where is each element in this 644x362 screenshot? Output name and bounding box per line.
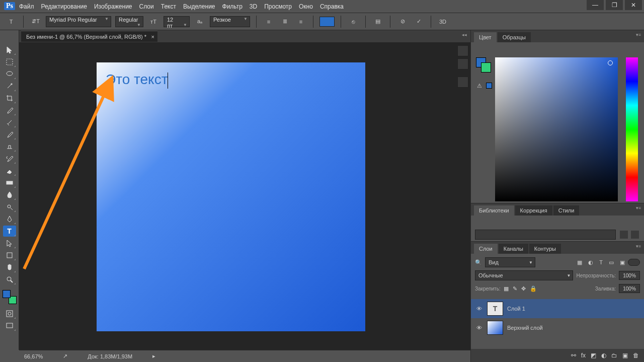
minimize-button[interactable]: — <box>587 0 604 10</box>
crop-tool[interactable] <box>3 93 16 104</box>
color-swatches[interactable] <box>3 290 17 304</box>
three-d-button[interactable]: 3D <box>437 16 448 28</box>
warning-icon[interactable]: ⚠ <box>477 83 482 89</box>
menu-window[interactable]: Окно <box>299 3 313 10</box>
commit-icon[interactable]: ✓ <box>413 16 425 28</box>
panel-strip-collapse-icon[interactable]: ◂◂ <box>462 32 467 37</box>
link-layers-icon[interactable]: ⚯ <box>571 352 576 359</box>
tab-libraries[interactable]: Библиотеки <box>474 205 514 215</box>
layer-filter-kind[interactable]: Вид <box>485 257 535 267</box>
menu-image[interactable]: Изображение <box>94 3 132 10</box>
tab-color[interactable]: Цвет <box>474 32 497 42</box>
menu-help[interactable]: Справка <box>320 3 344 10</box>
docinfo[interactable]: Док: 1,83M/1,93M <box>88 353 132 359</box>
library-select[interactable] <box>475 230 616 240</box>
hand-tool[interactable] <box>3 262 16 273</box>
eraser-tool[interactable] <box>3 165 16 176</box>
hue-slider[interactable] <box>626 57 638 201</box>
quick-mask-icon[interactable] <box>3 308 16 319</box>
color-panel-menu-icon[interactable]: ▾≡ <box>636 32 641 37</box>
menu-filter[interactable]: Фильтр <box>222 3 243 10</box>
history-panel-icon[interactable] <box>457 45 468 56</box>
character-panel-icon[interactable]: ▤ <box>372 16 384 28</box>
eyedropper-tool[interactable] <box>3 105 16 116</box>
cancel-icon[interactable]: ⊘ <box>396 16 409 28</box>
color-panel-swatches[interactable] <box>476 57 491 73</box>
align-left-icon[interactable]: ≡ <box>263 16 275 28</box>
layer-row[interactable]: 👁 T Слой 1 <box>471 299 644 318</box>
lib-grid-icon[interactable] <box>620 231 628 239</box>
document-canvas[interactable]: Это текст <box>97 62 365 331</box>
font-style-select[interactable]: Regular <box>115 16 143 27</box>
magic-wand-tool[interactable] <box>3 81 16 92</box>
tab-channels[interactable]: Каналы <box>499 244 528 254</box>
maximize-button[interactable]: ❐ <box>606 0 623 10</box>
share-icon[interactable]: ↗ <box>63 353 67 359</box>
filter-shape-icon[interactable]: ▭ <box>609 259 614 266</box>
dodge-tool[interactable] <box>3 201 16 212</box>
close-tab-icon[interactable]: × <box>151 34 154 40</box>
brush-tool[interactable] <box>3 129 16 140</box>
delete-layer-icon[interactable]: 🗑 <box>633 352 639 359</box>
visibility-toggle[interactable]: 👁 <box>475 306 483 312</box>
color-field[interactable] <box>495 57 618 201</box>
color-picker-ring[interactable] <box>608 60 613 65</box>
filter-adjust-icon[interactable]: ◐ <box>588 259 593 266</box>
layer-name[interactable]: Верхний слой <box>507 325 543 331</box>
menu-edit[interactable]: Редактирование <box>41 3 87 10</box>
libraries-panel-menu-icon[interactable]: ▾≡ <box>636 205 641 210</box>
warp-text-icon[interactable]: ⎋ <box>347 16 359 28</box>
tab-paths[interactable]: Контуры <box>529 244 561 254</box>
layer-row[interactable]: 👁 Верхний слой <box>471 318 644 337</box>
lock-pixel-icon[interactable]: ✎ <box>513 285 517 292</box>
menu-3d[interactable]: 3D <box>250 3 257 10</box>
path-selection-tool[interactable] <box>3 238 16 249</box>
layer-thumb-text[interactable]: T <box>487 302 503 316</box>
visibility-toggle[interactable]: 👁 <box>475 325 483 331</box>
lasso-tool[interactable] <box>3 68 16 80</box>
canvas-area[interactable]: Это текст <box>19 42 470 350</box>
layer-fx-icon[interactable]: fx <box>581 352 586 359</box>
font-size-select[interactable]: 12 пт <box>164 16 190 27</box>
foreground-color[interactable] <box>3 290 11 298</box>
tab-adjustments[interactable]: Коррекция <box>515 205 552 215</box>
rectangle-tool[interactable] <box>3 250 16 261</box>
new-adjustment-icon[interactable]: ◐ <box>601 352 606 359</box>
new-group-icon[interactable]: 🗀 <box>611 352 617 359</box>
font-family-select[interactable]: Myriad Pro Regular <box>46 16 111 27</box>
pen-tool[interactable] <box>3 213 16 225</box>
marquee-tool[interactable] <box>3 56 16 67</box>
menu-layers[interactable]: Слои <box>139 3 154 10</box>
text-tool[interactable]: T <box>3 226 16 237</box>
filter-pixel-icon[interactable]: ▦ <box>577 259 582 266</box>
gradient-tool[interactable] <box>3 177 16 188</box>
text-tool-preset-icon[interactable]: T <box>5 16 17 28</box>
screen-mode-icon[interactable] <box>3 320 16 331</box>
tab-styles[interactable]: Стили <box>553 205 580 215</box>
lock-all-icon[interactable]: 🔒 <box>530 285 537 292</box>
healing-brush-tool[interactable] <box>3 117 16 128</box>
clone-stamp-tool[interactable] <box>3 141 16 152</box>
blur-tool[interactable] <box>3 189 16 200</box>
filter-smart-icon[interactable]: ▣ <box>620 259 625 266</box>
lock-position-icon[interactable]: ✥ <box>521 285 526 292</box>
add-mask-icon[interactable]: ◩ <box>591 352 596 359</box>
tab-layers[interactable]: Слои <box>474 244 498 254</box>
zoom-level[interactable]: 66,67% <box>24 353 43 359</box>
layer-thumb-gradient[interactable] <box>487 321 503 335</box>
warning-swatch[interactable] <box>486 83 492 89</box>
blend-mode-select[interactable]: Обычные <box>475 270 573 280</box>
layer-name[interactable]: Слой 1 <box>507 306 525 312</box>
document-tab[interactable]: Без имени-1 @ 66,7% (Верхний слой, RGB/8… <box>21 31 157 42</box>
menu-file[interactable]: Файл <box>19 3 34 10</box>
menu-select[interactable]: Выделение <box>183 3 215 10</box>
fill-value[interactable]: 100% <box>619 284 640 293</box>
menu-view[interactable]: Просмотр <box>264 3 292 10</box>
history-brush-tool[interactable] <box>3 153 16 164</box>
character-panel-shortcut-icon[interactable] <box>457 77 468 88</box>
properties-panel-icon[interactable] <box>457 58 468 69</box>
tab-swatches[interactable]: Образцы <box>498 32 531 42</box>
align-right-icon[interactable]: ≡ <box>295 16 307 28</box>
text-color-swatch[interactable] <box>319 17 335 27</box>
new-layer-icon[interactable]: ▣ <box>622 352 628 359</box>
